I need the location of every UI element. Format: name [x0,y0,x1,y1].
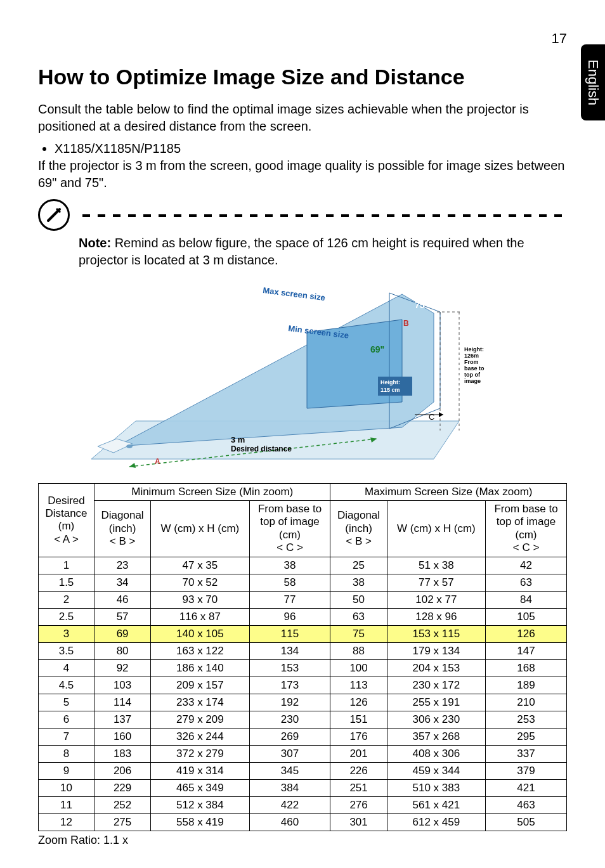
table-cell: 93 x 70 [151,591,249,608]
table-cell: 57 [94,608,151,625]
table-cell: 229 [94,779,151,796]
table-cell: 23 [94,557,151,574]
table-cell: 226 [330,762,387,779]
table-cell: 6 [39,711,94,728]
table-row: 11252512 x 384422276561 x 421463 [39,796,567,813]
diagram-distance-label: Desired distance [231,444,292,453]
table-row: 8183372 x 279307201408 x 306337 [39,745,567,762]
col-group-max: Maximum Screen Size (Max zoom) [330,484,567,501]
table-cell: 384 [249,779,330,796]
table-cell: 337 [486,745,567,762]
table-cell: 9 [39,762,94,779]
table-cell: 419 x 314 [151,762,249,779]
table-row: 1.53470 x 52583877 x 5763 [39,574,567,591]
diagram-size-min: 69" [370,344,384,354]
table-cell: 7 [39,728,94,745]
table-cell: 69 [94,625,151,642]
example-text: If the projector is 3 m from the screen,… [38,157,567,191]
table-cell: 209 x 157 [151,677,249,694]
table-cell: 251 [330,779,387,796]
table-cell: 100 [330,659,387,677]
col-distance: DesiredDistance(m)< A > [39,484,94,557]
table-cell: 1 [39,557,94,574]
table-cell: 255 x 191 [387,694,485,711]
table-cell: 2 [39,591,94,608]
table-cell: 126 [330,694,387,711]
table-cell: 126 [486,625,567,642]
svg-text:image: image [464,378,481,384]
table-row: 492186 x 140153100204 x 153168 [39,659,567,677]
table-cell: 116 x 87 [151,608,249,625]
table-cell: 151 [330,711,387,728]
table-cell: 459 x 344 [387,762,485,779]
table-cell: 233 x 174 [151,694,249,711]
diagram-label-a: A [155,457,160,466]
table-row: 12275558 x 419460301612 x 459505 [39,813,567,831]
table-cell: 84 [486,591,567,608]
note-body: Remind as below figure, the space of 126… [79,236,524,267]
table-cell: 96 [249,608,330,625]
table-cell: 153 [249,659,330,677]
table-cell: 4 [39,659,94,677]
table-row: 6137279 x 209230151306 x 230253 [39,711,567,728]
table-cell: 47 x 35 [151,557,249,574]
table-cell: 306 x 230 [387,711,485,728]
table-cell: 38 [330,574,387,591]
table-cell: 77 [249,591,330,608]
table-cell: 252 [94,796,151,813]
table-cell: 63 [486,574,567,591]
table-cell: 4.5 [39,677,94,694]
table-cell: 147 [486,642,567,659]
table-cell: 140 x 105 [151,625,249,642]
table-cell: 80 [94,642,151,659]
table-cell: 421 [486,779,567,796]
table-cell: 153 x 115 [387,625,485,642]
table-cell: 179 x 134 [387,642,485,659]
table-cell: 128 x 96 [387,608,485,625]
table-cell: 276 [330,796,387,813]
diagram-label-b: B [403,319,409,328]
table-cell: 460 [249,813,330,831]
table-cell: 2.5 [39,608,94,625]
table-cell: 275 [94,813,151,831]
language-tab: English [581,44,605,120]
table-cell: 137 [94,711,151,728]
table-row: 369140 x 10511575153 x 115126 [39,625,567,642]
svg-point-4 [126,444,133,448]
diagram-max-label: Max screen size [263,285,326,302]
table-row: 5114233 x 174192126255 x 191210 [39,694,567,711]
table-row: 10229465 x 349384251510 x 383421 [39,779,567,796]
table-cell: 160 [94,728,151,745]
svg-text:From: From [464,359,479,365]
projection-diagram: A 3 m Desired distance Max screen size M… [79,282,567,472]
col-max-top: From base totop of image(cm)< C > [486,501,567,557]
table-cell: 103 [94,677,151,694]
table-cell: 512 x 384 [151,796,249,813]
table-cell: 168 [486,659,567,677]
table-cell: 105 [486,608,567,625]
table-cell: 92 [94,659,151,677]
table-cell: 75 [330,625,387,642]
diagram-label-c: C [429,412,434,422]
note-text: Note: Remind as below figure, the space … [79,235,567,269]
table-cell: 307 [249,745,330,762]
table-cell: 422 [249,796,330,813]
table-cell: 279 x 209 [151,711,249,728]
table-row: 24693 x 707750102 x 7784 [39,591,567,608]
svg-marker-21 [439,412,443,417]
diagram-size-max: 75" [415,300,429,310]
table-cell: 379 [486,762,567,779]
table-cell: 51 x 38 [387,557,485,574]
col-min-diag: Diagonal(inch)< B > [94,501,151,557]
svg-text:115 cm: 115 cm [381,387,400,393]
table-cell: 357 x 268 [387,728,485,745]
table-cell: 5 [39,694,94,711]
svg-marker-7 [129,463,136,468]
table-cell: 230 [249,711,330,728]
note-label: Note: [79,236,111,250]
note-divider [82,209,567,222]
table-cell: 12 [39,813,94,831]
table-cell: 70 x 52 [151,574,249,591]
table-cell: 176 [330,728,387,745]
table-cell: 88 [330,642,387,659]
